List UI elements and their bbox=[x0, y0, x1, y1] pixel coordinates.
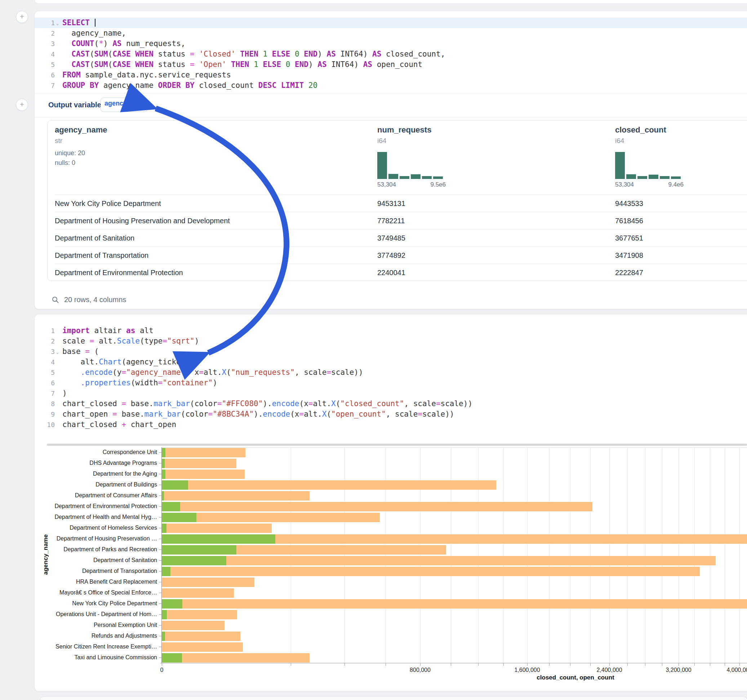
y-axis-label: Department of Environmental Protection bbox=[50, 503, 157, 510]
add-cell-button-top[interactable]: + bbox=[16, 11, 28, 23]
y-axis-tick bbox=[159, 517, 162, 517]
output-variable-input[interactable]: agency_tickets bbox=[101, 98, 147, 112]
token: "#FFC080" bbox=[222, 399, 263, 408]
token: alt bbox=[135, 326, 154, 335]
x-axis-tick bbox=[527, 663, 528, 666]
x-axis-tick bbox=[739, 663, 740, 666]
sql-editor[interactable]: 1⌄SELECT 2 agency_name,3 COUNT(*) AS num… bbox=[35, 18, 747, 91]
add-cell-button-output[interactable]: + bbox=[16, 99, 28, 111]
gridline bbox=[710, 448, 710, 663]
table-row: Department of Transportation377489234719… bbox=[55, 246, 747, 264]
code-line: 6FROM sample_data.nyc.service_requests bbox=[35, 70, 747, 80]
closed-count-bar bbox=[162, 610, 237, 619]
code-text: agency_name, bbox=[62, 28, 126, 39]
token: X bbox=[222, 368, 227, 377]
code-text: chart_open = base.mark_bar(color="#8BC34… bbox=[62, 409, 454, 419]
token: LIMIT bbox=[281, 81, 304, 90]
token: base. bbox=[126, 399, 154, 408]
y-axis-tick bbox=[159, 495, 162, 496]
code-text: COUNT(*) AS num_requests, bbox=[62, 39, 185, 49]
token: CASE bbox=[112, 60, 131, 69]
y-axis-tick bbox=[159, 614, 162, 615]
token: (x bbox=[290, 410, 299, 418]
token: BY bbox=[90, 81, 99, 90]
gridline bbox=[478, 448, 479, 663]
fold-caret-icon[interactable]: ⌄ bbox=[56, 18, 59, 29]
y-axis-tick bbox=[159, 658, 162, 658]
token: CAST bbox=[71, 60, 90, 69]
token: INT64) bbox=[327, 60, 363, 69]
token: THEN bbox=[240, 50, 259, 58]
cell-agency-name: New York City Police Department bbox=[55, 199, 161, 208]
token: CAST bbox=[71, 50, 90, 58]
token bbox=[226, 60, 231, 69]
column-header: agency_name bbox=[55, 125, 107, 135]
token: + bbox=[121, 420, 126, 429]
token: chart_closed bbox=[62, 420, 121, 429]
token bbox=[236, 50, 240, 58]
y-axis-title: agency_name bbox=[42, 534, 49, 575]
histogram-bar bbox=[433, 177, 443, 179]
token: ) bbox=[195, 337, 199, 345]
y-axis-tick bbox=[159, 549, 162, 550]
token bbox=[131, 50, 136, 58]
table-row-count: 20 rows, 4 columns bbox=[64, 296, 126, 303]
token bbox=[277, 81, 281, 90]
code-line: 8chart_closed = base.mark_bar(color="#FF… bbox=[35, 398, 747, 409]
output-variable-row: Output variable: agency_tickets bbox=[35, 93, 747, 118]
token: = bbox=[121, 368, 126, 377]
chart-scrollbar[interactable] bbox=[47, 444, 747, 446]
code-text: ) bbox=[62, 388, 67, 398]
python-editor[interactable]: 1import altair as alt2scale = alt.Scale(… bbox=[35, 326, 747, 430]
y-axis-tick bbox=[159, 560, 162, 561]
token: (x bbox=[299, 399, 308, 408]
open-count-bar bbox=[162, 469, 165, 479]
code-line: 5 CAST(SUM(CASE WHEN status = 'Open' THE… bbox=[35, 59, 747, 70]
token: (width bbox=[131, 379, 158, 387]
table-row: Department of Housing Preservation and D… bbox=[55, 212, 747, 229]
line-number: 2 bbox=[35, 28, 55, 39]
line-number: 8 bbox=[35, 398, 55, 409]
column-histogram bbox=[377, 152, 446, 179]
x-axis-tick bbox=[628, 663, 628, 666]
y-axis-tick bbox=[159, 647, 162, 647]
closed-count-bar bbox=[162, 459, 236, 468]
closed-count-bar bbox=[162, 480, 496, 490]
column-type: str bbox=[55, 137, 62, 145]
gridline bbox=[590, 448, 591, 663]
closed-count-bar bbox=[162, 653, 310, 662]
token: = bbox=[121, 399, 126, 408]
token: = bbox=[299, 410, 304, 418]
code-text: scale = alt.Scale(type="sqrt") bbox=[62, 336, 199, 346]
y-axis-label: Correspondence Unit bbox=[50, 449, 157, 456]
code-line: 7) bbox=[35, 388, 747, 398]
code-line: 1import altair as alt bbox=[35, 326, 747, 336]
histogram-bar bbox=[411, 174, 420, 179]
token: END bbox=[295, 60, 308, 69]
x-axis-tick bbox=[345, 663, 345, 666]
token: "agency_name" bbox=[126, 368, 185, 377]
token: alt. bbox=[313, 399, 331, 408]
token: (agency_tickets) bbox=[121, 358, 194, 366]
line-number: 2 bbox=[35, 336, 55, 346]
code-text: CAST(SUM(CASE WHEN status = 'Open' THEN … bbox=[62, 59, 422, 70]
y-axis-label: DHS Advantage Programs bbox=[50, 460, 157, 466]
open-count-bar bbox=[162, 567, 171, 576]
y-axis-label: Department of Transportation bbox=[50, 568, 157, 574]
y-axis-label: Senior Citizen Rent Increase Exempti… bbox=[50, 643, 157, 650]
histogram-bar bbox=[637, 176, 647, 179]
token: "sqrt" bbox=[167, 337, 195, 345]
token: = bbox=[158, 379, 163, 387]
y-axis-tick bbox=[159, 539, 162, 539]
search-icon[interactable] bbox=[52, 296, 59, 303]
x-axis-tick bbox=[609, 663, 610, 666]
token: "num_requests" bbox=[231, 368, 295, 377]
fold-caret-icon[interactable]: ⌄ bbox=[56, 347, 59, 358]
token: = bbox=[327, 368, 331, 377]
code-line: 5 .encode(y="agency_name", x=alt.X("num_… bbox=[35, 367, 747, 378]
histogram-min-label: 53,304 bbox=[615, 181, 634, 188]
token: ) bbox=[103, 39, 112, 48]
table-row: Department of Sanitation37494853677651 bbox=[55, 229, 747, 247]
line-number: 1 bbox=[35, 18, 55, 28]
token bbox=[250, 60, 254, 69]
